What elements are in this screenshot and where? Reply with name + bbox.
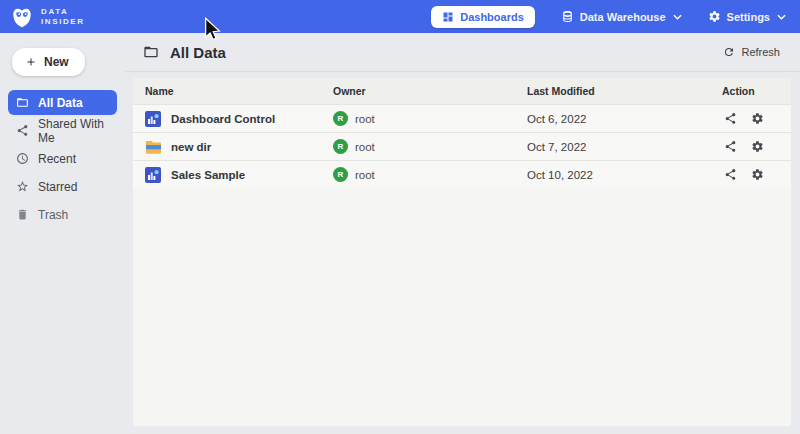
owner-name: root: [355, 113, 375, 125]
column-header-name: Name: [145, 85, 333, 97]
file-name: Sales Sample: [171, 169, 245, 181]
dashboards-button[interactable]: Dashboards: [431, 6, 535, 28]
brand-logo: DATA INSIDER: [10, 5, 85, 29]
column-header-owner: Owner: [333, 85, 527, 97]
sidebar-item-label: All Data: [38, 96, 83, 110]
sidebar-item-all-data[interactable]: All Data: [8, 90, 117, 115]
last-modified: Oct 6, 2022: [527, 113, 722, 125]
sidebar-item-starred[interactable]: Starred: [8, 174, 117, 199]
sidebar: New All Data Shared With Me Recent Starr…: [0, 33, 125, 434]
main-content: All Data Refresh Name Owner Last Modifie…: [125, 33, 800, 434]
brand-line-2: INSIDER: [41, 17, 85, 27]
owner-name: root: [355, 169, 375, 181]
sidebar-item-trash[interactable]: Trash: [8, 202, 117, 227]
dashboards-label: Dashboards: [460, 11, 524, 23]
settings-action-icon[interactable]: [751, 168, 764, 181]
owl-logo-icon: [10, 5, 34, 29]
sidebar-item-label: Starred: [38, 180, 77, 194]
trash-icon: [16, 208, 29, 221]
page-title: All Data: [170, 44, 226, 61]
clock-icon: [16, 152, 29, 165]
refresh-icon: [723, 46, 735, 58]
share-action-icon[interactable]: [724, 140, 737, 153]
chevron-down-icon: [673, 14, 682, 20]
column-header-action: Action: [722, 85, 791, 97]
owner-avatar: R: [333, 111, 348, 126]
data-warehouse-label: Data Warehouse: [580, 11, 666, 23]
refresh-button[interactable]: Refresh: [723, 46, 780, 58]
owner-name: root: [355, 141, 375, 153]
column-header-last-modified: Last Modified: [527, 85, 722, 97]
file-name: new dir: [171, 141, 211, 153]
last-modified: Oct 7, 2022: [527, 141, 722, 153]
top-bar: DATA INSIDER Dashboards Data Warehouse S…: [0, 0, 800, 33]
folder-icon: [16, 96, 29, 109]
gear-icon: [708, 10, 721, 23]
brand-line-1: DATA: [41, 7, 85, 17]
data-warehouse-menu[interactable]: Data Warehouse: [561, 10, 682, 23]
sidebar-item-label: Recent: [38, 152, 76, 166]
star-icon: [16, 180, 29, 193]
database-icon: [561, 10, 574, 23]
sidebar-item-shared-with-me[interactable]: Shared With Me: [8, 118, 117, 143]
sidebar-item-recent[interactable]: Recent: [8, 146, 117, 171]
last-modified: Oct 10, 2022: [527, 169, 722, 181]
table-header: Name Owner Last Modified Action: [133, 78, 791, 104]
file-table: Name Owner Last Modified Action Dashboar…: [133, 78, 791, 426]
table-row[interactable]: new dir R root Oct 7, 2022: [133, 132, 791, 160]
share-action-icon[interactable]: [724, 112, 737, 125]
dashboard-file-icon: [145, 167, 161, 183]
sidebar-item-label: Shared With Me: [38, 117, 117, 145]
share-icon: [16, 124, 29, 137]
settings-action-icon[interactable]: [751, 140, 764, 153]
plus-icon: [25, 56, 37, 68]
table-row[interactable]: Sales Sample R root Oct 10, 2022: [133, 160, 791, 188]
dashboard-file-icon: [145, 111, 161, 127]
settings-menu[interactable]: Settings: [708, 10, 786, 23]
file-name: Dashboard Control: [171, 113, 275, 125]
sidebar-item-label: Trash: [38, 208, 68, 222]
table-row[interactable]: Dashboard Control R root Oct 6, 2022: [133, 104, 791, 132]
page-header: All Data Refresh: [125, 33, 800, 72]
share-action-icon[interactable]: [724, 168, 737, 181]
new-button-label: New: [44, 55, 69, 69]
settings-action-icon[interactable]: [751, 112, 764, 125]
owner-avatar: R: [333, 139, 348, 154]
folder-file-icon: [145, 139, 161, 155]
settings-label: Settings: [727, 11, 770, 23]
refresh-label: Refresh: [741, 46, 780, 58]
folder-icon: [143, 44, 159, 60]
sidebar-nav: All Data Shared With Me Recent Starred T…: [0, 90, 125, 227]
chevron-down-icon: [777, 14, 786, 20]
dashboard-grid-icon: [442, 11, 454, 23]
owner-avatar: R: [333, 167, 348, 182]
new-button[interactable]: New: [12, 48, 85, 76]
